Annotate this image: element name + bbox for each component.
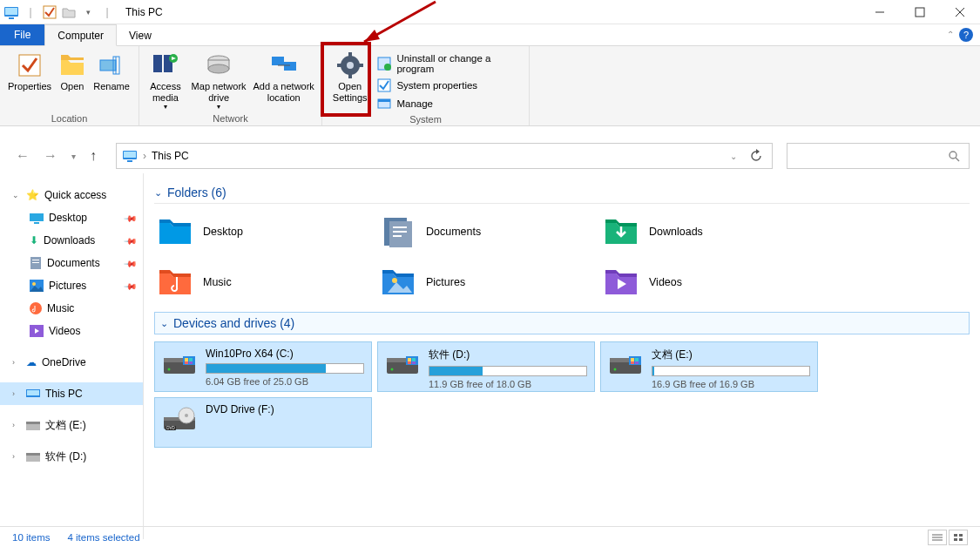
chevron-right-icon[interactable]: ›	[12, 452, 21, 461]
tree-documents[interactable]: Documents📌	[0, 252, 143, 274]
help-icon[interactable]: ?	[959, 28, 973, 42]
refresh-icon[interactable]	[749, 149, 763, 163]
chevron-right-icon[interactable]: ›	[12, 421, 21, 429]
tab-computer[interactable]: Computer	[44, 24, 117, 46]
this-pc-icon	[26, 388, 40, 400]
folder-item[interactable]: Pictures	[377, 261, 595, 303]
svg-rect-52	[26, 422, 40, 424]
tree-drive-d[interactable]: ›软件 (D:)	[0, 445, 143, 468]
tab-view[interactable]: View	[117, 24, 164, 45]
svg-rect-68	[189, 361, 193, 364]
history-dropdown[interactable]: ▾	[71, 152, 76, 161]
tree-downloads[interactable]: ⬇Downloads📌	[0, 229, 143, 252]
folder-item[interactable]: Desktop	[154, 211, 372, 253]
breadcrumb-this-pc[interactable]: This PC	[152, 150, 189, 162]
svg-rect-23	[348, 52, 352, 57]
qat-dropdown-icon[interactable]: ▾	[80, 4, 96, 20]
tab-file[interactable]: File	[0, 24, 44, 45]
tree-drive-e[interactable]: ›文档 (E:)	[0, 414, 143, 436]
svg-rect-73	[408, 358, 411, 361]
system-properties-button[interactable]: System properties	[377, 78, 518, 92]
address-bar[interactable]: › This PC ⌄	[116, 143, 773, 169]
content-pane: ⌄ Folders (6) DesktopDocumentsDownloadsM…	[144, 173, 980, 539]
manage-button[interactable]: Manage	[377, 97, 518, 111]
up-button[interactable]: ↑	[90, 148, 97, 164]
devices-section-header[interactable]: ⌄ Devices and drives (4)	[154, 312, 970, 334]
cloud-icon: ☁	[26, 356, 37, 368]
uninstall-button[interactable]: Uninstall or change a program	[377, 53, 518, 74]
folder-icon	[381, 216, 416, 247]
pin-icon: 📌	[124, 211, 138, 225]
forward-button[interactable]: →	[44, 148, 57, 164]
folders-section-header[interactable]: ⌄ Folders (6)	[154, 182, 970, 204]
folder-item[interactable]: Music	[154, 261, 372, 303]
icons-view-toggle[interactable]	[949, 530, 968, 545]
folder-item[interactable]: Documents	[377, 211, 595, 253]
rename-button[interactable]: Rename	[91, 50, 132, 92]
svg-rect-2	[9, 17, 14, 19]
folder-item[interactable]: Videos	[600, 261, 818, 303]
tree-videos[interactable]: Videos	[0, 320, 143, 342]
svg-rect-26	[358, 64, 363, 67]
drive-item[interactable]: Win10Pro X64 (C:)6.04 GB free of 25.0 GB	[154, 341, 372, 392]
chevron-down-icon[interactable]: ⌄	[12, 191, 21, 199]
tree-quick-access[interactable]: ⌄ ⭐ Quick access	[0, 184, 143, 206]
svg-point-38	[950, 152, 956, 159]
map-drive-button[interactable]: Map network drive▾	[186, 50, 252, 111]
svg-rect-41	[34, 222, 39, 224]
tree-this-pc[interactable]: ›This PC	[0, 382, 143, 405]
svg-rect-81	[631, 358, 634, 361]
download-icon: ⬇	[30, 234, 38, 246]
media-icon	[152, 51, 179, 79]
drive-item[interactable]: 软件 (D:)11.9 GB free of 18.0 GB	[377, 341, 595, 392]
maximize-button[interactable]	[900, 0, 940, 24]
svg-rect-95	[959, 534, 963, 537]
drive-item[interactable]: 文档 (E:)16.9 GB free of 16.9 GB	[600, 341, 818, 392]
folder-name: Documents	[426, 226, 481, 238]
svg-rect-35	[124, 152, 136, 158]
drive-capacity-bar	[652, 366, 810, 376]
nav-tree: ⌄ ⭐ Quick access Desktop📌 ⬇Downloads📌 Do…	[0, 173, 144, 539]
qat-folder-icon[interactable]	[61, 4, 77, 20]
gear-icon	[336, 51, 364, 79]
tree-desktop[interactable]: Desktop📌	[0, 206, 143, 229]
nav-bar: ← → ▾ ↑ › This PC ⌄	[0, 138, 980, 173]
open-button[interactable]: Open	[54, 50, 91, 92]
chevron-right-icon[interactable]: ›	[12, 358, 21, 367]
tree-music[interactable]: Music	[0, 297, 143, 320]
sysprops-icon	[377, 78, 391, 92]
drive-free-text: 11.9 GB free of 18.0 GB	[429, 379, 587, 389]
details-view-toggle[interactable]	[928, 530, 947, 545]
drive-item[interactable]: DVDDVD Drive (F:)	[154, 397, 372, 448]
rename-icon	[98, 51, 125, 79]
ribbon: Properties Open Rename Location Access m…	[0, 46, 980, 126]
properties-button[interactable]: Properties	[5, 50, 54, 92]
breadcrumb-chevron-icon[interactable]: ›	[143, 150, 146, 162]
address-dropdown-icon[interactable]: ⌄	[730, 152, 737, 161]
access-media-button[interactable]: Access media▾	[145, 50, 186, 111]
app-icon	[3, 4, 19, 20]
svg-rect-56	[389, 221, 412, 247]
close-button[interactable]	[940, 0, 980, 24]
open-settings-button[interactable]: Open Settings	[328, 50, 372, 103]
qat-check-icon[interactable]	[42, 4, 57, 20]
svg-point-28	[384, 64, 391, 71]
search-box[interactable]	[787, 143, 970, 169]
dvd-drive-icon: DVD	[162, 407, 197, 433]
status-bar: 10 items 4 items selected	[0, 526, 980, 547]
svg-rect-97	[959, 538, 963, 541]
tree-pictures[interactable]: Pictures📌	[0, 274, 143, 297]
minimize-button[interactable]	[860, 0, 900, 24]
add-location-button[interactable]: Add a network location	[251, 50, 316, 103]
collapse-ribbon-icon[interactable]: ⌃	[947, 30, 954, 39]
svg-rect-59	[393, 235, 402, 237]
svg-rect-96	[954, 538, 957, 541]
tree-onedrive[interactable]: ›☁OneDrive	[0, 351, 143, 374]
drive-name: 文档 (E:)	[652, 348, 810, 362]
chevron-right-icon[interactable]: ›	[12, 389, 21, 398]
title-bar: | ▾ | This PC	[0, 0, 980, 24]
back-button[interactable]: ←	[16, 148, 30, 164]
folder-item[interactable]: Downloads	[600, 211, 818, 253]
svg-rect-82	[635, 358, 639, 361]
qat-divider: |	[23, 4, 38, 20]
